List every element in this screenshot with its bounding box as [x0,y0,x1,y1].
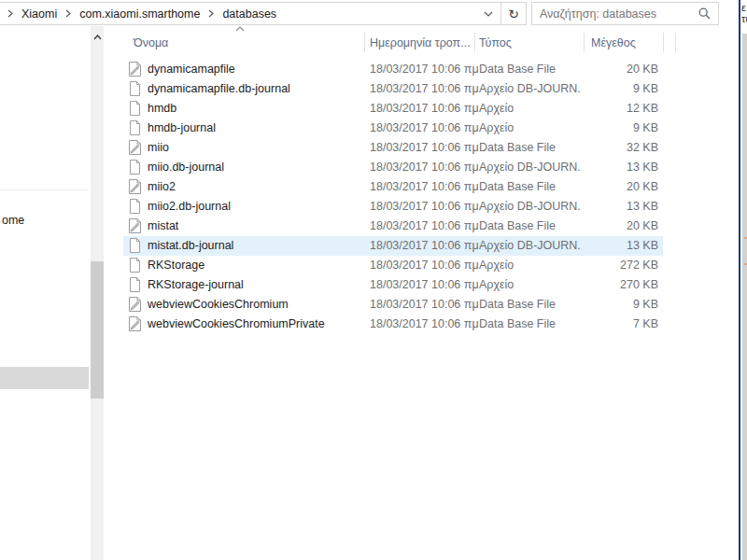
chevron-up-icon [93,35,102,40]
search-input[interactable]: Αναζήτηση: databases [532,7,690,21]
address-dropdown-button[interactable] [476,3,500,24]
breadcrumb-item-databases[interactable]: databases [218,7,280,21]
table-row[interactable]: miio 18/03/2017 10:06 πμ Data Base File … [123,138,663,158]
column-header-date-modified[interactable]: Ημερομηνία τροπ... [370,36,471,49]
file-size: 272 KB [574,256,658,275]
file-size: 9 KB [574,295,658,315]
search-button[interactable] [690,7,718,20]
file-size: 9 KB [574,119,658,138]
file-icon [128,160,142,175]
file-size: 32 KB [574,138,658,158]
refresh-button[interactable]: ↻ [501,3,526,24]
file-size: 20 KB [574,217,658,236]
search-box[interactable]: Αναζήτηση: databases [531,2,719,25]
file-list: dynamicamapfile 18/03/2017 10:06 πμ Data… [123,60,663,334]
file-date-modified: 18/03/2017 10:06 πμ [370,60,479,79]
chevron-right-icon [3,9,18,18]
database-file-icon [128,179,142,194]
database-file-icon [128,62,142,77]
file-name: mistat.db-journal [148,236,233,256]
sort-ascending-icon [235,26,245,32]
database-file-icon [128,140,142,155]
file-name: RKStorage [148,256,204,275]
column-header-type[interactable]: Τύπος [479,36,512,49]
scrollbar-up-button[interactable] [91,30,104,45]
file-size: 9 KB [574,79,658,99]
file-type: Data Base File [479,177,556,197]
file-name: webviewCookiesChromiumPrivate [148,315,325,334]
file-icon [128,101,142,116]
breadcrumb-item-xiaomi[interactable]: Xiaomi [18,7,61,21]
file-date-modified: 18/03/2017 10:06 πμ [370,236,479,256]
file-name: mistat [148,217,178,236]
table-row[interactable]: RKStorage-journal 18/03/2017 10:06 πμ Αρ… [123,275,663,295]
search-icon [698,7,711,20]
file-name: miio.db-journal [148,158,224,177]
table-row[interactable]: miio.db-journal 18/03/2017 10:06 πμ Αρχε… [123,158,663,177]
file-name: hmdb-journal [148,119,216,138]
table-row[interactable]: hmdb 18/03/2017 10:06 πμ Αρχείο 12 KB [123,99,663,119]
column-divider[interactable] [474,33,475,52]
column-header-name[interactable]: Όνομα [134,36,168,49]
file-icon [128,199,142,214]
table-row[interactable]: webviewCookiesChromiumPrivate 18/03/2017… [123,315,663,334]
file-type: Data Base File [479,315,556,334]
file-name: miio2.db-journal [148,197,231,217]
fragment-text: ε [741,3,746,13]
table-row[interactable]: webviewCookiesChromium 18/03/2017 10:06 … [123,295,663,315]
table-row[interactable]: dynamicamapfile.db-journal 18/03/2017 10… [123,79,663,99]
file-type: Αρχείο DB-JOURN... [479,79,582,99]
file-icon [128,81,142,96]
file-name: RKStorage-journal [148,275,244,295]
fragment-body [742,34,747,560]
navigation-pane: ome [0,28,89,560]
column-divider[interactable] [663,33,664,52]
file-date-modified: 18/03/2017 10:06 πμ [370,315,479,334]
table-row[interactable]: miio2 18/03/2017 10:06 πμ Data Base File… [123,177,663,197]
scrollbar-thumb[interactable] [91,261,104,399]
chevron-down-icon [484,11,493,17]
table-row[interactable]: dynamicamapfile 18/03/2017 10:06 πμ Data… [123,60,663,79]
breadcrumb-item-package[interactable]: com.xiaomi.smarthome [76,7,204,21]
file-size: 270 KB [574,275,658,295]
column-divider[interactable] [364,33,365,52]
file-size: 13 KB [574,236,658,256]
database-file-icon [128,218,142,233]
column-divider[interactable] [675,33,676,52]
file-date-modified: 18/03/2017 10:06 πμ [370,177,479,197]
file-date-modified: 18/03/2017 10:06 πμ [370,79,479,99]
file-date-modified: 18/03/2017 10:06 πμ [370,197,479,217]
file-icon [128,277,142,292]
file-icon [128,238,142,253]
file-type: Αρχείο DB-JOURN... [479,197,582,217]
table-row[interactable]: RKStorage 18/03/2017 10:06 πμ Αρχείο 272… [123,256,663,275]
file-type: Data Base File [479,138,556,158]
file-type: Data Base File [479,295,556,315]
file-date-modified: 18/03/2017 10:06 πμ [370,256,479,275]
file-size: 12 KB [574,99,658,119]
table-row[interactable]: mistat.db-journal 18/03/2017 10:06 πμ Αρ… [123,236,663,256]
column-divider[interactable] [584,33,585,52]
tree-separator [0,189,89,190]
file-name: miio2 [148,177,176,197]
file-name: miio [148,138,169,158]
tree-item-selected[interactable] [0,367,89,389]
address-bar[interactable]: Xiaomi com.xiaomi.smarthome databases ↻ [0,2,527,25]
breadcrumb: Xiaomi com.xiaomi.smarthome databases [0,3,476,24]
column-header-size[interactable]: Μέγεθος [591,36,636,49]
fragment-text: τυ [741,14,747,24]
refresh-icon: ↻ [508,7,519,21]
file-size: 20 KB [574,60,658,79]
tree-item-partial[interactable]: ome [2,214,24,227]
tree-scrollbar[interactable] [91,26,104,560]
file-name: webviewCookiesChromium [148,295,289,315]
file-date-modified: 18/03/2017 10:06 πμ [370,295,479,315]
file-date-modified: 18/03/2017 10:06 πμ [370,99,479,119]
file-date-modified: 18/03/2017 10:06 πμ [370,275,479,295]
table-row[interactable]: hmdb-journal 18/03/2017 10:06 πμ Αρχείο … [123,119,663,138]
table-row[interactable]: mistat 18/03/2017 10:06 πμ Data Base Fil… [123,217,663,236]
file-size: 20 KB [574,177,658,197]
database-file-icon [128,316,142,331]
table-row[interactable]: miio2.db-journal 18/03/2017 10:06 πμ Αρχ… [123,197,663,217]
chevron-right-icon [61,9,76,18]
